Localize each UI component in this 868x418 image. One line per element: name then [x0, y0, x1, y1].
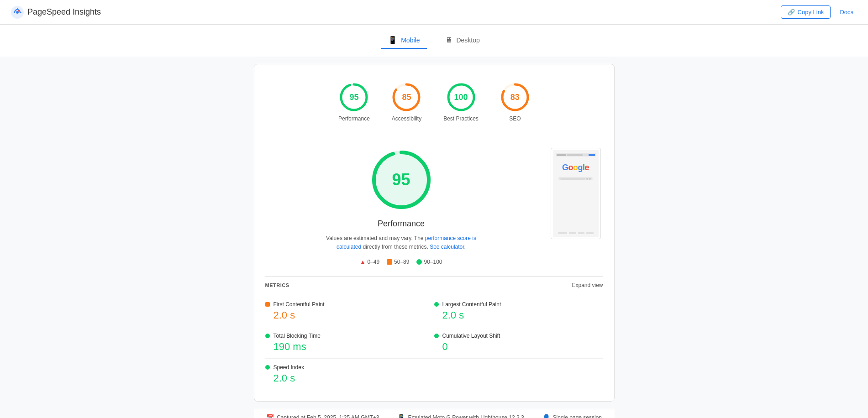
docs-button[interactable]: Docs: [836, 6, 857, 18]
header: PageSpeed Insights 🔗 Copy Link Docs: [0, 0, 868, 25]
seo-circle: 83: [500, 83, 530, 112]
link-icon: 🔗: [788, 9, 795, 16]
lcp-label: Largest Contentful Paint: [442, 301, 501, 308]
score-item-seo[interactable]: 83 SEO: [500, 83, 530, 122]
header-left: PageSpeed Insights: [11, 6, 101, 19]
tab-desktop[interactable]: 🖥 Desktop: [438, 32, 487, 49]
tbt-dot: [265, 334, 270, 338]
performance-left: 95 Performance Values are estimated and …: [265, 148, 537, 265]
circle-icon: [416, 259, 422, 265]
see-calculator-link[interactable]: See calculator.: [430, 244, 466, 250]
lcp-value: 2.0 s: [434, 309, 603, 321]
performance-section-title: Performance: [378, 219, 425, 229]
performance-section: 95 Performance Values are estimated and …: [265, 133, 603, 272]
si-label: Speed Index: [274, 364, 304, 371]
copy-link-button[interactable]: 🔗 Copy Link: [781, 5, 831, 19]
metric-tbt: Total Blocking Time 190 ms: [265, 327, 434, 359]
lcp-dot: [434, 302, 439, 307]
tbt-value: 190 ms: [265, 341, 434, 353]
fcp-dot: [265, 302, 270, 307]
performance-score-label: Performance: [338, 115, 370, 122]
footer-bar: 📅 Captured at Feb 5, 2025, 1:25 AM GMT+3…: [254, 409, 615, 418]
main-card: 95 Performance 85 Accessibility: [254, 64, 615, 402]
fcp-value: 2.0 s: [265, 309, 434, 321]
tabs-container: 📱 Mobile 🖥 Desktop: [0, 25, 868, 57]
score-item-accessibility[interactable]: 85 Accessibility: [392, 83, 421, 122]
footer-session: 👤 Single page session: [542, 414, 602, 418]
performance-circle: 95: [339, 83, 368, 112]
performance-description: Values are estimated and may vary. The p…: [319, 234, 484, 251]
expand-view-button[interactable]: Expand view: [572, 282, 603, 288]
app-title: PageSpeed Insights: [27, 7, 101, 17]
pagespeed-logo-icon: [11, 6, 24, 19]
accessibility-circle: 85: [392, 83, 421, 112]
metric-cls: Cumulative Layout Shift 0: [434, 327, 603, 359]
score-item-performance[interactable]: 95 Performance: [338, 83, 370, 122]
accessibility-score-label: Accessibility: [392, 115, 421, 122]
legend-red: ▲ 0–49: [360, 259, 379, 265]
device-icon: 📱: [397, 414, 405, 418]
si-value: 2.0 s: [265, 372, 434, 384]
performance-right: Google: [548, 148, 603, 265]
triangle-icon: ▲: [360, 259, 365, 265]
seo-score-label: SEO: [509, 115, 521, 122]
page-screenshot: Google: [551, 148, 601, 239]
footer-captured: 📅 Captured at Feb 5, 2025, 1:25 AM GMT+3: [266, 414, 379, 418]
tbt-label: Total Blocking Time: [274, 333, 321, 339]
si-dot: [265, 365, 270, 370]
metric-si: Speed Index 2.0 s: [265, 359, 434, 390]
legend-green: 90–100: [416, 259, 442, 265]
square-icon: [387, 259, 392, 265]
desktop-tab-label: Desktop: [456, 37, 479, 44]
fcp-label: First Contentful Paint: [274, 301, 325, 308]
cls-label: Cumulative Layout Shift: [442, 333, 500, 339]
best-practices-circle: 100: [447, 83, 476, 112]
metric-lcp: Largest Contentful Paint 2.0 s: [434, 296, 603, 327]
metrics-section-title: METRICS: [265, 282, 289, 288]
metric-fcp: First Contentful Paint 2.0 s: [265, 296, 434, 327]
person-icon: 👤: [542, 414, 550, 418]
calendar-icon: 📅: [266, 414, 274, 418]
metrics-grid: First Contentful Paint 2.0 s Largest Con…: [265, 296, 603, 390]
mobile-tab-label: Mobile: [401, 37, 420, 44]
mobile-icon: 📱: [388, 36, 397, 44]
seo-score-value: 83: [510, 93, 520, 102]
score-item-best-practices[interactable]: 100 Best Practices: [443, 83, 479, 122]
best-practices-score-label: Best Practices: [443, 115, 479, 122]
performance-score-value: 95: [349, 93, 358, 102]
footer-device: 📱 Emulated Moto G Power with Lighthouse …: [397, 414, 524, 418]
google-logo: Google: [562, 163, 589, 172]
score-circles-row: 95 Performance 85 Accessibility: [265, 75, 603, 133]
best-practices-score-value: 100: [454, 93, 468, 102]
cls-dot: [434, 334, 439, 338]
legend-orange: 50–89: [387, 259, 409, 265]
large-performance-score: 95: [392, 170, 410, 189]
score-legend: ▲ 0–49 50–89 90–100: [360, 259, 442, 265]
large-performance-circle: 95: [369, 148, 433, 212]
desktop-icon: 🖥: [445, 36, 452, 44]
accessibility-score-value: 85: [402, 93, 411, 102]
tab-mobile[interactable]: 📱 Mobile: [381, 32, 427, 49]
cls-value: 0: [434, 341, 603, 353]
header-right: 🔗 Copy Link Docs: [781, 5, 857, 19]
metrics-header: METRICS Expand view: [265, 276, 603, 296]
